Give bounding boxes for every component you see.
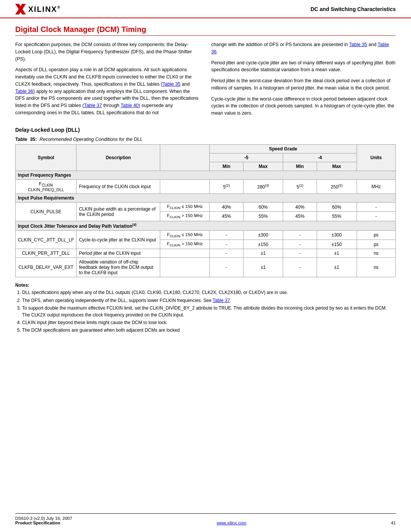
note-4: CLKIN input jitter beyond these limits m… [22,320,396,326]
cell-cyc-hf-max1: ±150 [243,240,283,249]
cell-cyc-lf-min1: - [210,230,243,240]
cell-cyc-lf-max2: ±300 [317,230,357,240]
cell-clkfb-max2: ±1 [317,258,357,277]
col-max-m5: Max [243,162,283,171]
cell-per-max2: ±1 [317,249,357,258]
cell-fclkin-desc: Frequency of the CLKIN clock input [76,179,160,193]
col-condition [160,144,210,171]
notes-title: Notes: [15,283,396,288]
table40-link[interactable]: Table 40 [121,103,139,108]
cell-pulse-min1-c1: 40% [210,203,243,212]
cell-pulse-desc: CLKIN pulse width as a percentage of the… [76,203,160,221]
cell-cyc-lf-desc: Cycle-to-cycle jitter at the CLKIN input [76,230,160,249]
cell-clkfb-symbol: CLKFB_DELAY_VAR_EXT [16,258,76,277]
table-row-per-jitt: CLKIN_PER_JITT_DLL Period jitter at the … [16,249,396,258]
cell-cyc-hf-min2: - [283,240,317,249]
cell-clkfb-units: ns [357,258,395,277]
section-jitter-label: Input Clock Jitter Tolerance and Delay P… [16,221,396,230]
xilinx-logo-icon [15,4,26,14]
cell-pulse-cond1: FCLKIN ≤ 150 MHz [160,203,210,212]
cell-pulse-max2-c1: 60% [317,203,357,212]
cell-pulse-min1-c2: 45% [210,212,243,221]
cell-clkfb-desc: Allowable variation of off-chip feedback… [76,258,160,277]
xilinx-logo: XILINX® [15,4,61,14]
intro-para-2: Aspects of DLL operation play a role in … [15,66,200,116]
intro-section: For specification purposes, the DCM cons… [15,41,396,121]
intro-col-right: change with the addition of DFS or PS fu… [211,41,396,121]
intro-col-left: For specification purposes, the DCM cons… [15,41,200,121]
table36-link-left[interactable]: Table 36 [15,89,33,94]
cell-clkfb-min1: - [210,258,243,277]
cell-fclkin-symbol: FCLKIN CLKIN_FREQ_DLL [16,179,76,193]
intro-para-right-4: Cycle-cycle jitter is the worst-case dif… [211,96,396,117]
col-units: Units [357,144,395,171]
cell-per-min1: - [210,249,243,258]
cell-cyc-lf-cond1: FCLKIN ≤ 150 MHz [160,230,210,240]
cell-clkfb-min2: - [283,258,317,277]
cell-per-cond [160,249,210,258]
cell-fclkin-cond [160,179,210,193]
cell-cyc-lf-units: ps [357,230,395,240]
notes-list: DLL specifications apply when any of the… [15,289,396,334]
logo-text: XILINX® [28,4,61,14]
col-symbol: Symbol [16,144,76,171]
footer-product-spec: Product Specification [15,521,72,525]
cell-per-desc: Period jitter at the CLKIN input [76,249,160,258]
cell-pulse-cond2: FCLKIN > 150 MHz [160,212,210,221]
intro-para-right-1: change with the addition of DFS or PS fu… [211,41,396,56]
cell-fclkin-min1: 5(2) [210,179,243,193]
footer-center: www.xilinx.com [217,521,246,525]
cell-cyc-hf-units: ps [357,240,395,249]
table-row-clkfb: CLKFB_DELAY_VAR_EXT Allowable variation … [16,258,396,277]
cell-pulse-units-c2: - [357,212,395,221]
note-3: To support double the maximum effective … [22,305,396,318]
section-jitter: Input Clock Jitter Tolerance and Delay P… [16,221,396,230]
section-heading-dll: Delay-Locked Loop (DLL) [15,127,396,133]
section-input-freq: Input Frequency Ranges [16,171,396,179]
cell-cyc-lf-min2: - [283,230,317,240]
speed-grade-header: Speed Grade [210,144,357,153]
dll-table: Symbol Description Speed Grade Units -5 … [15,144,396,278]
note-1: DLL specifications apply when any of the… [22,289,396,296]
cell-per-units: ns [357,249,395,258]
cell-fclkin-min2: 5(2) [283,179,317,193]
col-min-m4: Min [283,162,317,171]
cell-fclkin-units: MHz [357,179,395,193]
page-header: XILINX® DC and Switching Characteristics [0,0,411,18]
cell-pulse-max2-c2: 55% [317,212,357,221]
cell-pulse-min2-c2: 45% [283,212,317,221]
cell-cyc-hf-max2: ±150 [317,240,357,249]
footer-page-num: 41 [391,521,396,525]
cell-pulse-symbol: CLKIN_PULSE [16,203,76,221]
footer-left: DS610-3 (v2.0) July 16, 2007 Product Spe… [15,516,72,525]
cell-pulse-max1-c1: 60% [243,203,283,212]
table-row-fclkin: FCLKIN CLKIN_FREQ_DLL Frequency of the C… [16,179,396,193]
section-pulse: Input Pulse Requirements [16,194,396,203]
cell-cyc-hf-min1: - [210,240,243,249]
table-caption: Table 35: Recommended Operating Conditio… [15,137,396,142]
cell-fclkin-max1: 280(3) [243,179,283,193]
cell-pulse-max1-c2: 55% [243,212,283,221]
intro-para-right-2: Period jitter and cycle-cycle jitter are… [211,59,396,74]
table35-link-right[interactable]: Table 35 [349,42,367,47]
footer-website[interactable]: www.xilinx.com [217,521,246,525]
intro-para-right-3: Period jitter is the worst-case deviatio… [211,77,396,92]
col-description: Description [76,144,160,171]
notes-section: Notes: DLL specifications apply when any… [15,283,396,334]
table-row-clkin-pulse-1: CLKIN_PULSE CLKIN pulse width as a perce… [16,203,396,212]
table37-note-link[interactable]: Table 37 [213,298,230,303]
table-row-cyc-lf-1: CLKIN_CYC_JITT_DLL_LF Cycle-to-cycle jit… [16,230,396,240]
cell-per-min2: - [283,249,317,258]
note-5: The DCM specifications are guaranteed wh… [22,327,396,334]
col-min-m5: Min [210,162,243,171]
note-2: The DFS, when operating independently of… [22,297,396,304]
table37-link[interactable]: Table 37 [84,103,102,108]
cell-clkfb-cond [160,258,210,277]
intro-para-1: For specification purposes, the DCM cons… [15,41,200,62]
table35-link-left[interactable]: Table 35 [162,81,180,87]
speed-m4-header: -4 [283,153,357,162]
cell-per-symbol: CLKIN_PER_JITT_DLL [16,249,76,258]
cell-pulse-min2-c1: 40% [283,203,317,212]
footer-doc-id: DS610-3 (v2.0) July 16, 2007 [15,516,72,521]
cell-cyc-lf-symbol: CLKIN_CYC_JITT_DLL_LF [16,230,76,249]
